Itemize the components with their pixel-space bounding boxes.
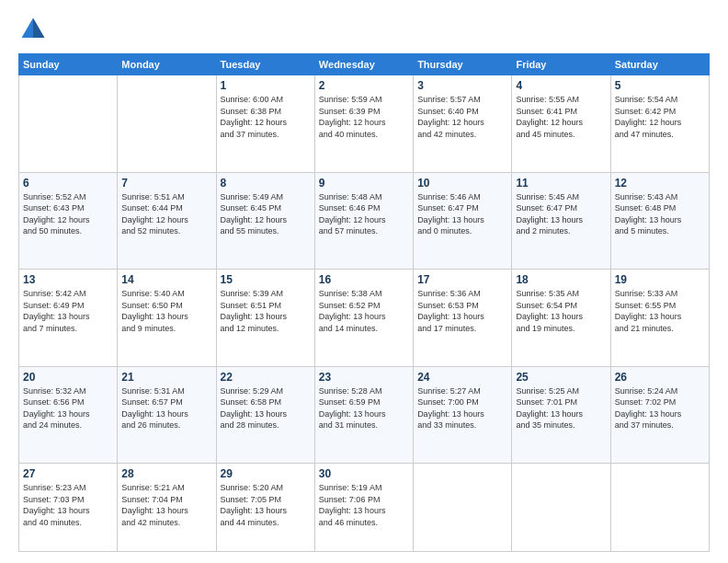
weekday-thursday: Thursday: [414, 54, 512, 75]
day-number: 4: [516, 79, 606, 92]
page: SundayMondayTuesdayWednesdayThursdayFrid…: [0, 0, 728, 563]
day-number: 25: [516, 371, 606, 384]
day-info: Sunrise: 5:27 AM Sunset: 7:00 PM Dayligh…: [417, 385, 507, 431]
week-row-2: 6Sunrise: 5:52 AM Sunset: 6:43 PM Daylig…: [19, 172, 710, 270]
day-info: Sunrise: 5:24 AM Sunset: 7:02 PM Dayligh…: [615, 385, 705, 431]
day-info: Sunrise: 5:21 AM Sunset: 7:04 PM Dayligh…: [121, 482, 211, 528]
calendar-cell: 8Sunrise: 5:49 AM Sunset: 6:45 PM Daylig…: [216, 172, 314, 270]
calendar-cell: 3Sunrise: 5:57 AM Sunset: 6:40 PM Daylig…: [414, 75, 512, 173]
calendar-cell: 23Sunrise: 5:28 AM Sunset: 6:59 PM Dayli…: [314, 366, 413, 464]
header: [18, 15, 710, 44]
calendar-cell: 22Sunrise: 5:29 AM Sunset: 6:58 PM Dayli…: [216, 366, 314, 464]
calendar-cell: 17Sunrise: 5:36 AM Sunset: 6:53 PM Dayli…: [414, 270, 512, 367]
day-number: 26: [615, 371, 705, 384]
day-info: Sunrise: 5:40 AM Sunset: 6:50 PM Dayligh…: [121, 288, 211, 334]
day-info: Sunrise: 5:32 AM Sunset: 6:56 PM Dayligh…: [23, 385, 113, 431]
day-info: Sunrise: 5:46 AM Sunset: 6:47 PM Dayligh…: [417, 191, 507, 237]
day-number: 9: [319, 177, 409, 190]
day-info: Sunrise: 5:55 AM Sunset: 6:41 PM Dayligh…: [516, 94, 606, 140]
day-info: Sunrise: 5:28 AM Sunset: 6:59 PM Dayligh…: [319, 385, 409, 431]
day-number: 7: [121, 177, 211, 190]
day-info: Sunrise: 5:59 AM Sunset: 6:39 PM Dayligh…: [319, 94, 409, 140]
calendar-cell: 18Sunrise: 5:35 AM Sunset: 6:54 PM Dayli…: [512, 270, 610, 367]
calendar-cell: [512, 464, 610, 552]
weekday-wednesday: Wednesday: [314, 54, 413, 75]
day-info: Sunrise: 5:54 AM Sunset: 6:42 PM Dayligh…: [615, 94, 705, 140]
calendar-cell: 21Sunrise: 5:31 AM Sunset: 6:57 PM Dayli…: [118, 366, 216, 464]
day-info: Sunrise: 5:57 AM Sunset: 6:40 PM Dayligh…: [417, 94, 507, 140]
calendar-cell: [610, 464, 709, 552]
weekday-header-row: SundayMondayTuesdayWednesdayThursdayFrid…: [19, 54, 710, 75]
day-number: 13: [23, 273, 113, 286]
week-row-3: 13Sunrise: 5:42 AM Sunset: 6:49 PM Dayli…: [19, 270, 710, 367]
day-info: Sunrise: 5:45 AM Sunset: 6:47 PM Dayligh…: [516, 191, 606, 237]
calendar-cell: 15Sunrise: 5:39 AM Sunset: 6:51 PM Dayli…: [216, 270, 314, 367]
calendar-cell: 11Sunrise: 5:45 AM Sunset: 6:47 PM Dayli…: [512, 172, 610, 270]
calendar-cell: 2Sunrise: 5:59 AM Sunset: 6:39 PM Daylig…: [314, 75, 413, 173]
day-number: 17: [417, 273, 507, 286]
week-row-4: 20Sunrise: 5:32 AM Sunset: 6:56 PM Dayli…: [19, 366, 710, 464]
calendar-cell: 5Sunrise: 5:54 AM Sunset: 6:42 PM Daylig…: [610, 75, 709, 173]
day-info: Sunrise: 5:20 AM Sunset: 7:05 PM Dayligh…: [221, 482, 311, 528]
day-info: Sunrise: 5:39 AM Sunset: 6:51 PM Dayligh…: [221, 288, 311, 334]
day-info: Sunrise: 5:42 AM Sunset: 6:49 PM Dayligh…: [23, 288, 113, 334]
svg-marker-1: [33, 18, 44, 38]
week-row-1: 1Sunrise: 6:00 AM Sunset: 6:38 PM Daylig…: [19, 75, 710, 173]
day-info: Sunrise: 5:33 AM Sunset: 6:55 PM Dayligh…: [615, 288, 705, 334]
day-number: 24: [417, 371, 507, 384]
day-info: Sunrise: 5:31 AM Sunset: 6:57 PM Dayligh…: [121, 385, 211, 431]
weekday-tuesday: Tuesday: [216, 54, 314, 75]
day-number: 5: [615, 79, 705, 92]
calendar-cell: 28Sunrise: 5:21 AM Sunset: 7:04 PM Dayli…: [118, 464, 216, 552]
calendar-cell: 20Sunrise: 5:32 AM Sunset: 6:56 PM Dayli…: [19, 366, 118, 464]
calendar-cell: 7Sunrise: 5:51 AM Sunset: 6:44 PM Daylig…: [118, 172, 216, 270]
calendar-cell: 16Sunrise: 5:38 AM Sunset: 6:52 PM Dayli…: [314, 270, 413, 367]
calendar-cell: 26Sunrise: 5:24 AM Sunset: 7:02 PM Dayli…: [610, 366, 709, 464]
weekday-monday: Monday: [118, 54, 216, 75]
calendar-cell: 12Sunrise: 5:43 AM Sunset: 6:48 PM Dayli…: [610, 172, 709, 270]
calendar-cell: 13Sunrise: 5:42 AM Sunset: 6:49 PM Dayli…: [19, 270, 118, 367]
day-info: Sunrise: 5:35 AM Sunset: 6:54 PM Dayligh…: [516, 288, 606, 334]
day-number: 10: [417, 177, 507, 190]
calendar-cell: 6Sunrise: 5:52 AM Sunset: 6:43 PM Daylig…: [19, 172, 118, 270]
calendar-cell: 14Sunrise: 5:40 AM Sunset: 6:50 PM Dayli…: [118, 270, 216, 367]
logo-icon: [18, 15, 48, 44]
day-number: 6: [23, 177, 113, 190]
day-number: 12: [615, 177, 705, 190]
day-number: 1: [221, 79, 311, 92]
day-info: Sunrise: 5:51 AM Sunset: 6:44 PM Dayligh…: [121, 191, 211, 237]
day-number: 30: [319, 467, 409, 480]
day-number: 8: [221, 177, 311, 190]
day-number: 21: [121, 371, 211, 384]
calendar-cell: 29Sunrise: 5:20 AM Sunset: 7:05 PM Dayli…: [216, 464, 314, 552]
day-number: 28: [121, 467, 211, 480]
day-info: Sunrise: 6:00 AM Sunset: 6:38 PM Dayligh…: [221, 94, 311, 140]
day-number: 16: [319, 273, 409, 286]
calendar-cell: 1Sunrise: 6:00 AM Sunset: 6:38 PM Daylig…: [216, 75, 314, 173]
calendar-cell: 30Sunrise: 5:19 AM Sunset: 7:06 PM Dayli…: [314, 464, 413, 552]
day-number: 22: [221, 371, 311, 384]
calendar-cell: 19Sunrise: 5:33 AM Sunset: 6:55 PM Dayli…: [610, 270, 709, 367]
weekday-saturday: Saturday: [610, 54, 709, 75]
logo: [18, 15, 51, 44]
day-number: 20: [23, 371, 113, 384]
day-number: 15: [221, 273, 311, 286]
day-number: 2: [319, 79, 409, 92]
day-number: 29: [221, 467, 311, 480]
day-number: 23: [319, 371, 409, 384]
calendar-cell: 4Sunrise: 5:55 AM Sunset: 6:41 PM Daylig…: [512, 75, 610, 173]
calendar-cell: 27Sunrise: 5:23 AM Sunset: 7:03 PM Dayli…: [19, 464, 118, 552]
day-number: 3: [417, 79, 507, 92]
day-number: 19: [615, 273, 705, 286]
calendar-cell: 25Sunrise: 5:25 AM Sunset: 7:01 PM Dayli…: [512, 366, 610, 464]
weekday-friday: Friday: [512, 54, 610, 75]
day-info: Sunrise: 5:36 AM Sunset: 6:53 PM Dayligh…: [417, 288, 507, 334]
day-info: Sunrise: 5:38 AM Sunset: 6:52 PM Dayligh…: [319, 288, 409, 334]
calendar-cell: 9Sunrise: 5:48 AM Sunset: 6:46 PM Daylig…: [314, 172, 413, 270]
day-number: 11: [516, 177, 606, 190]
weekday-sunday: Sunday: [19, 54, 118, 75]
day-info: Sunrise: 5:43 AM Sunset: 6:48 PM Dayligh…: [615, 191, 705, 237]
calendar-cell: [118, 75, 216, 173]
calendar-cell: 10Sunrise: 5:46 AM Sunset: 6:47 PM Dayli…: [414, 172, 512, 270]
week-row-5: 27Sunrise: 5:23 AM Sunset: 7:03 PM Dayli…: [19, 464, 710, 552]
